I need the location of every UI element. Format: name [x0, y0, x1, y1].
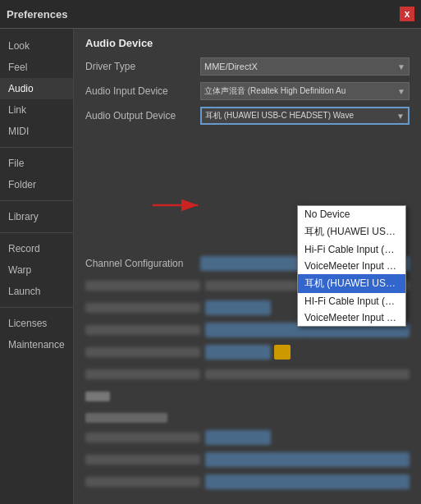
blurred-label-3 [85, 325, 200, 335]
close-button[interactable]: x [400, 7, 414, 21]
blurred-control-4[interactable] [205, 345, 271, 360]
driver-type-value: MME/DirectX [204, 62, 258, 71]
sidebar-item-record[interactable]: Record [0, 238, 73, 259]
dropdown-item-voicemeeter-vaio[interactable]: VoiceMeeter Input (VB-Audio VoiceMeeter … [298, 258, 405, 274]
audio-input-arrow-icon: ▼ [397, 87, 405, 96]
blurred-row-6 [85, 388, 410, 405]
sidebar: Look Feel Audio Link MIDI File Folder Li… [0, 29, 74, 504]
blurred-control-2[interactable] [205, 300, 271, 315]
sidebar-item-licenses[interactable]: Licenses [0, 313, 73, 334]
channel-config-label: Channel Configuration [85, 258, 200, 269]
audio-output-value: 耳机 (HUAWEI USB-C HEADSET) Wave [205, 110, 354, 121]
section-title: Audio Device [85, 37, 410, 49]
sidebar-item-library[interactable]: Library [0, 206, 73, 227]
blurred-label-8 [85, 455, 200, 465]
blurred-row-4 [85, 344, 410, 360]
audio-input-value: 立体声混音 (Realtek High Definition Au [204, 85, 345, 97]
blurred-control-9[interactable] [205, 474, 410, 489]
dropdown-item-hifi-cable-dx[interactable]: Hi-Fi Cable Input (VB-Audio Hi-Fi Cable)… [298, 241, 405, 258]
audio-input-label: Audio Input Device [85, 85, 200, 97]
blurred-label-9 [85, 477, 200, 487]
sidebar-item-look[interactable]: Look [0, 35, 73, 57]
blurred-row-8 [85, 451, 410, 468]
subsection-title-2 [85, 413, 167, 423]
content-area: Audio Device Driver Type MME/DirectX ▼ A… [74, 29, 421, 504]
subsection-2 [85, 413, 410, 490]
blurred-label-4 [85, 347, 200, 357]
sidebar-item-warp[interactable]: Warp [0, 259, 73, 281]
audio-output-arrow-icon: ▼ [396, 112, 405, 121]
sidebar-divider-4 [0, 307, 73, 308]
blurred-label-1 [85, 281, 200, 291]
sidebar-item-feel[interactable]: Feel [0, 57, 73, 78]
dropdown-item-huawei-dx[interactable]: 耳机 (HUAWEI USB-C HEADSET) DX [298, 222, 405, 241]
title-bar: Preferences x [0, 0, 421, 29]
sidebar-item-folder[interactable]: Folder [0, 174, 73, 195]
main-layout: Look Feel Audio Link MIDI File Folder Li… [0, 29, 421, 504]
dropdown-item-no-device[interactable]: No Device [298, 206, 405, 222]
blurred-control-8[interactable] [205, 452, 410, 467]
sidebar-item-maintenance[interactable]: Maintenance [0, 334, 73, 355]
blurred-row-9 [85, 474, 410, 490]
driver-type-arrow-icon: ▼ [397, 62, 405, 71]
audio-output-control[interactable]: 耳机 (HUAWEI USB-C HEADSET) Wave ▼ No Devi… [200, 107, 410, 125]
sidebar-divider-1 [0, 147, 73, 148]
sidebar-divider-3 [0, 232, 73, 233]
sidebar-item-file[interactable]: File [0, 153, 73, 174]
blurred-row-7 [85, 429, 410, 446]
output-device-dropdown[interactable]: No Device 耳机 (HUAWEI USB-C HEADSET) DX H… [297, 205, 406, 327]
driver-type-row: Driver Type MME/DirectX ▼ [85, 57, 410, 76]
color-swatch [274, 345, 291, 360]
sidebar-item-audio[interactable]: Audio [0, 78, 73, 99]
blurred-control-7[interactable] [205, 430, 271, 445]
audio-input-row: Audio Input Device 立体声混音 (Realtek High D… [85, 82, 410, 100]
blurred-label-2 [85, 303, 200, 313]
driver-type-control[interactable]: MME/DirectX ▼ [200, 57, 410, 76]
driver-type-label: Driver Type [85, 61, 200, 72]
blurred-label-5 [85, 369, 200, 379]
sidebar-divider-2 [0, 200, 73, 201]
sidebar-item-launch[interactable]: Launch [0, 281, 73, 302]
window-title: Preferences [7, 8, 67, 21]
blurred-row-5 [85, 366, 410, 383]
blurred-text-5 [205, 369, 410, 379]
red-arrow-indicator [153, 193, 210, 220]
dropdown-item-huawei-wave[interactable]: 耳机 (HUAWEI USB-C HEADSET) Wave [298, 274, 405, 293]
dropdown-item-voicemeeter-voi[interactable]: VoiceMeeter Input (VB-Audio Voi Wave [298, 309, 405, 326]
sidebar-item-midi[interactable]: MIDI [0, 121, 73, 142]
sidebar-item-link[interactable]: Link [0, 99, 73, 121]
audio-input-control[interactable]: 立体声混音 (Realtek High Definition Au ▼ [200, 82, 410, 100]
audio-output-label: Audio Output Device [85, 110, 200, 121]
audio-output-row: Audio Output Device 耳机 (HUAWEI USB-C HEA… [85, 107, 410, 125]
blurred-small-text [85, 392, 110, 401]
dropdown-item-hifi-cable-wave[interactable]: HI-Fi Cable Input (VB-Audio Hi- Wave [298, 293, 405, 309]
blurred-label-7 [85, 433, 200, 442]
